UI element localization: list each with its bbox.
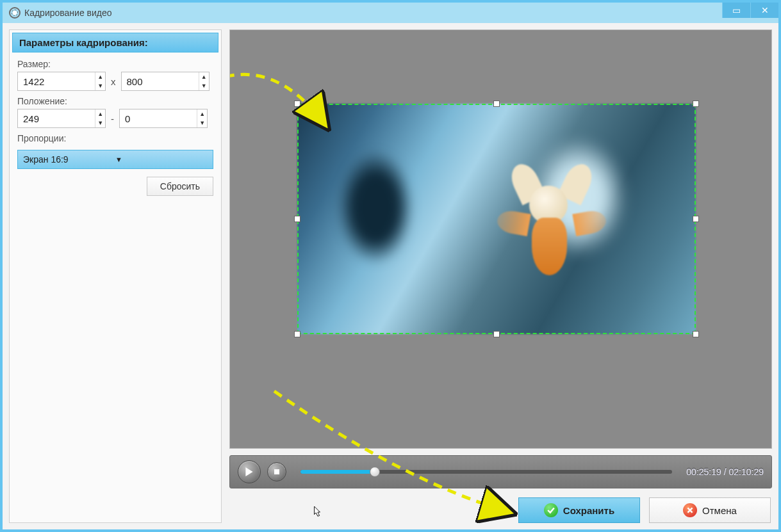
seek-thumb[interactable] xyxy=(370,467,380,477)
pos-x-up[interactable]: ▲ xyxy=(95,109,105,118)
video-thumbnail xyxy=(297,104,696,334)
height-input[interactable] xyxy=(122,76,199,87)
time-display: 00:25:19 / 02:10:29 xyxy=(686,467,764,477)
play-button[interactable] xyxy=(238,460,261,483)
app-icon xyxy=(9,7,21,19)
reset-button[interactable]: Сбросить xyxy=(147,177,213,196)
width-down[interactable]: ▼ xyxy=(95,81,105,90)
width-up[interactable]: ▲ xyxy=(95,72,105,81)
time-total: 02:10:29 xyxy=(729,467,764,477)
ratio-value: Экран 16:9 xyxy=(23,154,115,165)
chevron-down-icon: ▼ xyxy=(115,156,208,163)
crop-handle-ml[interactable] xyxy=(294,216,300,222)
height-up[interactable]: ▲ xyxy=(199,72,209,81)
cursor-icon xyxy=(311,505,323,519)
width-spinbox[interactable]: ▲▼ xyxy=(17,72,106,91)
pos-y-down[interactable]: ▼ xyxy=(197,118,207,127)
seek-fill xyxy=(300,470,375,474)
svg-rect-0 xyxy=(274,469,279,474)
size-separator: x xyxy=(111,76,116,87)
ratio-dropdown[interactable]: Экран 16:9 ▼ xyxy=(17,150,213,169)
settings-header: Параметры кадрирования: xyxy=(12,33,218,52)
content-area: Параметры кадрирования: Размер: ▲▼ x ▲▼ xyxy=(3,23,778,529)
crop-handle-mr[interactable] xyxy=(693,216,699,222)
window-title: Кадрирование видео xyxy=(24,8,112,18)
position-x-input[interactable] xyxy=(18,113,95,124)
close-button[interactable]: ✕ xyxy=(750,3,778,18)
pos-y-up[interactable]: ▲ xyxy=(197,109,207,118)
video-preview xyxy=(229,29,772,449)
crop-handle-tl[interactable] xyxy=(294,101,300,107)
height-spinbox[interactable]: ▲▼ xyxy=(121,72,210,91)
close-icon xyxy=(683,503,697,517)
position-y-input[interactable] xyxy=(120,113,197,124)
crop-handle-br[interactable] xyxy=(693,331,699,337)
stop-button[interactable] xyxy=(267,462,286,481)
footer-buttons: Сохранить Отмена xyxy=(229,495,772,523)
title-bar: Кадрирование видео ▭ ✕ xyxy=(3,3,778,23)
right-panel: 00:25:19 / 02:10:29 Сохранить Отмена xyxy=(229,29,772,523)
seek-bar[interactable] xyxy=(300,470,672,474)
playback-bar: 00:25:19 / 02:10:29 xyxy=(229,455,772,488)
crop-handle-bl[interactable] xyxy=(294,331,300,337)
position-y-spinbox[interactable]: ▲▼ xyxy=(119,109,208,128)
height-down[interactable]: ▼ xyxy=(199,81,209,90)
save-button[interactable]: Сохранить xyxy=(518,497,640,523)
window-controls: ▭ ✕ xyxy=(722,3,778,18)
position-x-spinbox[interactable]: ▲▼ xyxy=(17,109,106,128)
position-separator: - xyxy=(111,113,114,124)
maximize-button[interactable]: ▭ xyxy=(722,3,750,18)
crop-window: Кадрирование видео ▭ ✕ Параметры кадриро… xyxy=(0,0,781,532)
size-label: Размер: xyxy=(17,59,213,69)
pos-x-down[interactable]: ▼ xyxy=(95,118,105,127)
crop-frame[interactable] xyxy=(297,104,696,334)
time-current: 00:25:19 xyxy=(686,467,721,477)
crop-handle-tr[interactable] xyxy=(693,101,699,107)
width-input[interactable] xyxy=(18,76,95,87)
ratio-label: Пропорции: xyxy=(17,133,213,143)
crop-handle-tc[interactable] xyxy=(493,101,500,107)
crop-handle-bc[interactable] xyxy=(493,331,500,337)
cancel-button[interactable]: Отмена xyxy=(649,497,771,523)
settings-sidebar: Параметры кадрирования: Размер: ▲▼ x ▲▼ xyxy=(9,29,222,523)
save-label: Сохранить xyxy=(563,505,614,516)
cancel-label: Отмена xyxy=(702,505,737,516)
position-label: Положение: xyxy=(17,96,213,106)
check-icon xyxy=(544,503,558,517)
